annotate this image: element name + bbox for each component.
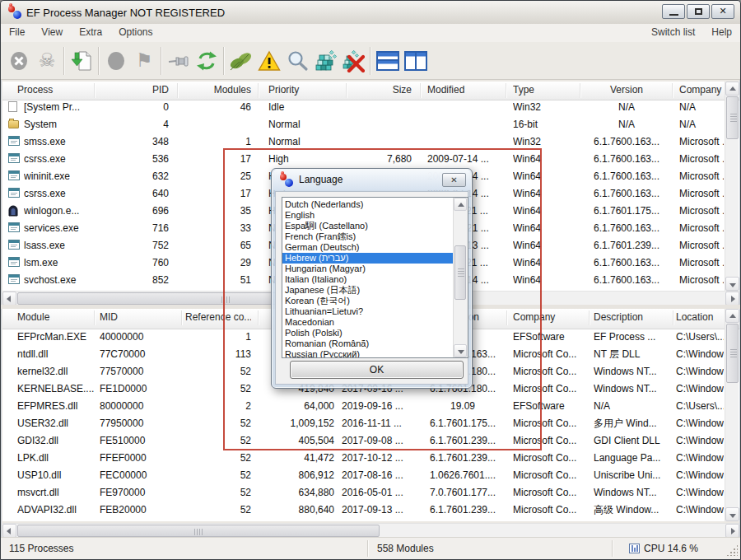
cell-mid: FE970000 <box>100 484 179 502</box>
cell-modules: 33 <box>192 220 251 237</box>
module-row[interactable]: ADVAPI32.dllFEB2000052880,6402017-09-13 … <box>2 502 725 519</box>
language-option[interactable]: Russian (Русский) <box>282 349 454 357</box>
dialog-close-button[interactable]: ✕ <box>442 173 466 187</box>
arrow-left-icon <box>7 296 11 302</box>
process-row[interactable]: smss.exe3481NormalWin326.1.7600.163...Mi… <box>2 133 725 151</box>
toolbar-separator <box>63 47 65 75</box>
cell-modules: 17 <box>192 185 251 203</box>
status-separator <box>367 540 369 557</box>
cell-company: N/A <box>679 116 724 133</box>
ok-button[interactable]: OK <box>290 361 464 379</box>
cell-type: Win64 <box>513 203 577 220</box>
kill-process-button[interactable]: ☠ <box>33 44 61 77</box>
close-button[interactable]: ✕ <box>711 4 734 19</box>
module-row[interactable]: msvcrt.dllFE97000052634,8802016-05-01 ..… <box>2 484 725 502</box>
module-row[interactable]: LPK.dllFFEF00005241,4722017-10-12 ...6.1… <box>2 450 725 467</box>
record-button[interactable] <box>102 44 130 77</box>
language-option[interactable]: Italian (Italiano) <box>282 274 454 285</box>
scroll-down-button[interactable] <box>454 344 467 357</box>
leaves-icon <box>229 49 254 72</box>
scroll-right-button[interactable] <box>725 524 739 538</box>
cell-company: Microsoft ... <box>679 203 724 220</box>
scroll-right-button[interactable] <box>725 292 739 306</box>
scroll-left-button[interactable] <box>2 524 16 538</box>
menu-view[interactable]: View <box>33 24 71 40</box>
search-button[interactable] <box>283 44 311 77</box>
module-vscrollbar[interactable] <box>725 309 739 521</box>
scroll-up-button[interactable] <box>725 309 739 323</box>
language-option[interactable]: French (Fran鎍is) <box>282 231 454 242</box>
language-option[interactable]: German (Deutsch) <box>282 242 454 253</box>
process-row[interactable]: [System Pr...046IdleWin32N/AN/A <box>2 99 725 116</box>
cell-version: 6.1.7600.163... <box>580 220 673 237</box>
cell-version: 7.0.7601.177... <box>421 484 505 502</box>
module-hscrollbar[interactable] <box>2 523 739 537</box>
cell-version: 6.1.7601.175... <box>421 415 505 432</box>
process-row[interactable]: csrss.exe53617High7,6802009-07-14 ...Win… <box>2 151 725 168</box>
split-horizontal-button[interactable] <box>374 44 402 77</box>
process-row[interactable]: System4Normal16-bitN/AN/A <box>2 116 725 133</box>
language-option[interactable]: Hebrew (עברית) <box>282 253 454 264</box>
listbox-scrollbar[interactable] <box>453 198 468 357</box>
language-option[interactable]: Espa駉l (Castellano) <box>282 221 454 231</box>
cpu-icon <box>629 544 640 553</box>
resize-grip[interactable] <box>726 544 738 556</box>
pin-button[interactable] <box>165 44 193 77</box>
arrow-right-icon <box>731 528 735 534</box>
title-bar[interactable]: EF Process Manager NOT REGISTERED ✕ <box>1 1 740 25</box>
cell-modules: 17 <box>192 151 251 168</box>
remove-modules-button[interactable] <box>339 44 367 77</box>
language-option[interactable]: Dutch (Nederlands) <box>282 199 454 210</box>
minimize-button[interactable] <box>662 4 685 19</box>
language-listbox[interactable]: Dutch (Nederlands)EnglishEspa駉l (Castell… <box>282 197 468 358</box>
scroll-left-button[interactable] <box>2 292 16 306</box>
dialog-title-bar[interactable]: Language ✕ <box>273 170 471 190</box>
scroll-up-button[interactable] <box>454 198 467 211</box>
cell-version: 6.1.7600.163... <box>580 151 673 168</box>
menu-file[interactable]: File <box>1 24 33 40</box>
menu-help[interactable]: Help <box>703 24 740 40</box>
module-row[interactable]: GDI32.dllFE51000052405,5042017-09-08 ...… <box>2 432 725 450</box>
terminate-process-button[interactable] <box>5 44 33 77</box>
scroll-down-button[interactable] <box>725 507 739 521</box>
scrollbar-thumb[interactable] <box>726 96 739 139</box>
language-option[interactable]: Romanian (Românã) <box>282 338 454 349</box>
language-option[interactable]: Japanese (日本語) <box>282 285 454 296</box>
cell-modules: 46 <box>192 99 251 116</box>
scrollbar-thumb[interactable] <box>454 245 466 300</box>
environment-button[interactable] <box>227 44 255 77</box>
scrollbar-thumb[interactable] <box>726 324 739 383</box>
menu-options[interactable]: Options <box>110 24 161 40</box>
language-option[interactable]: English <box>282 210 454 221</box>
language-option[interactable]: Polish (Polski) <box>282 328 454 338</box>
scroll-up-button[interactable] <box>725 82 739 96</box>
cell-version: 6.1.7601.239... <box>580 237 673 254</box>
scroll-down-button[interactable] <box>725 277 739 291</box>
module-row[interactable]: USP10.dllFEC0000052806,9122017-08-16 ...… <box>2 467 725 484</box>
module-row[interactable]: USER32.dll77950000521,009,1522016-11-11 … <box>2 415 725 432</box>
cell-company: Microsoft Co... <box>513 415 587 432</box>
cell-pid: 716 <box>101 220 169 237</box>
maximize-button[interactable] <box>687 4 710 19</box>
refresh-button[interactable] <box>193 44 221 77</box>
cell-version: 1.0626.7601.... <box>421 467 505 484</box>
cell-type: Win32 <box>513 99 577 116</box>
cell-description: EF Process ... <box>594 329 671 346</box>
language-option[interactable]: Hungarian (Magyar) <box>282 264 454 274</box>
process-vscrollbar[interactable] <box>725 82 739 291</box>
split-vertical-button[interactable] <box>402 44 430 77</box>
document-icon <box>8 101 20 113</box>
modules-button[interactable] <box>311 44 339 77</box>
cell-size <box>340 133 412 151</box>
module-row[interactable]: EFPMRES.dll80000000264,0002019-09-16 ...… <box>2 398 725 415</box>
export-report-button[interactable] <box>68 44 96 77</box>
close-icon: ✕ <box>712 6 734 16</box>
language-option[interactable]: Korean (한국어) <box>282 296 454 306</box>
language-option[interactable]: Macedonian <box>282 317 454 328</box>
menu-extra[interactable]: Extra <box>71 24 110 40</box>
menu-switch-list[interactable]: Switch list <box>643 24 703 40</box>
flag-button[interactable]: ⚑ <box>130 44 158 77</box>
warnings-button[interactable] <box>255 44 283 77</box>
scrollbar-thumb[interactable] <box>17 525 380 537</box>
language-option[interactable]: Lithuanian=Lietuvi? <box>282 306 454 317</box>
